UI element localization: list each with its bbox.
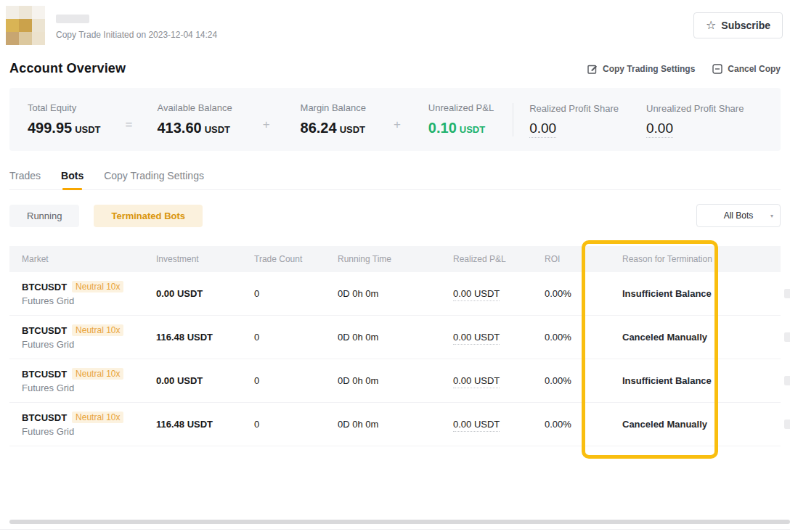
star-icon: ☆ bbox=[706, 20, 716, 31]
subtab-running[interactable]: Running bbox=[9, 205, 79, 227]
redacted-content bbox=[784, 332, 790, 342]
trade-count-cell: 0 bbox=[242, 332, 325, 343]
trade-count-cell: 0 bbox=[242, 419, 325, 430]
main-tabs: Trades Bots Copy Trading Settings bbox=[9, 170, 781, 190]
account-stats-panel: Total Equity 499.95USDT = Available Bala… bbox=[9, 88, 781, 151]
overview-actions: Copy Trading Settings Cancel Copy bbox=[587, 64, 781, 74]
stat-unrealized-profit-share: Unrealized Profit Share 0.00 bbox=[646, 103, 744, 136]
bottom-divider bbox=[0, 529, 790, 530]
roi-cell: 0.00% bbox=[532, 375, 610, 386]
stat-label: Unrealized P&L bbox=[428, 102, 494, 113]
market-symbol: BTCUSDT bbox=[22, 325, 67, 336]
copy-trade-initiated-text: Copy Trade Initiated on 2023-12-04 14:24 bbox=[56, 30, 217, 40]
running-time-cell: 0D 0h 0m bbox=[325, 332, 441, 343]
avatar-pixel bbox=[6, 6, 19, 19]
market-symbol: BTCUSDT bbox=[22, 282, 67, 292]
stat-label: Available Balance bbox=[158, 102, 232, 113]
stat-realized-profit-share: Realized Profit Share 0.00 bbox=[529, 103, 619, 136]
stat-value: 0.00 bbox=[646, 120, 744, 136]
leverage-badge: Neutral 10x bbox=[72, 368, 123, 380]
realized-pnl-cell: 0.00 USDT bbox=[441, 288, 532, 299]
redacted-content bbox=[784, 289, 790, 298]
trader-profile: Copy Trade Initiated on 2023-12-04 14:24 bbox=[6, 6, 217, 45]
stat-label: Realized Profit Share bbox=[529, 103, 619, 114]
market-cell: BTCUSDTNeutral 10x Futures Grid bbox=[9, 281, 144, 306]
strategy-label: Futures Grid bbox=[22, 382, 144, 393]
running-time-cell: 0D 0h 0m bbox=[325, 419, 441, 430]
copy-trading-settings-button[interactable]: Copy Trading Settings bbox=[587, 64, 695, 74]
avatar-pixel bbox=[6, 19, 19, 32]
avatar-pixel bbox=[32, 6, 45, 19]
column-header-running-time: Running Time bbox=[325, 254, 441, 264]
horizontal-scrollbar[interactable] bbox=[9, 520, 790, 524]
stat-available-balance: Available Balance 413.60USDT bbox=[158, 102, 232, 136]
column-header-market: Market bbox=[9, 254, 144, 264]
column-header-realized-pnl: Realized P&L bbox=[441, 254, 532, 264]
table-row[interactable]: BTCUSDTNeutral 10x Futures Grid 0.00 USD… bbox=[9, 272, 781, 316]
table-row[interactable]: BTCUSDTNeutral 10x Futures Grid 116.48 U… bbox=[9, 403, 781, 446]
realized-pnl-cell: 0.00 USDT bbox=[441, 332, 532, 343]
stat-label: Unrealized Profit Share bbox=[646, 103, 744, 114]
subscribe-label: Subscribe bbox=[721, 20, 770, 31]
subtab-terminated-bots[interactable]: Terminated Bots bbox=[94, 205, 203, 227]
avatar-pixel bbox=[19, 19, 32, 32]
leverage-badge: Neutral 10x bbox=[72, 412, 123, 423]
stat-margin-balance: Margin Balance 86.24USDT bbox=[301, 102, 366, 136]
chevron-down-icon: ▾ bbox=[770, 213, 773, 219]
stat-label: Margin Balance bbox=[301, 102, 366, 113]
minus-square-icon bbox=[712, 64, 722, 74]
leverage-badge: Neutral 10x bbox=[72, 324, 123, 336]
avatar-pixel bbox=[32, 19, 45, 32]
investment-cell: 116.48 USDT bbox=[144, 332, 242, 343]
stat-total-equity: Total Equity 499.95USDT bbox=[28, 102, 101, 136]
tab-trades[interactable]: Trades bbox=[9, 170, 41, 181]
redacted-action-cell bbox=[744, 420, 790, 429]
stat-value: 0.00 bbox=[529, 120, 619, 136]
market-cell: BTCUSDTNeutral 10x Futures Grid bbox=[9, 324, 144, 350]
trade-count-cell: 0 bbox=[242, 288, 325, 299]
redacted-content bbox=[784, 420, 790, 429]
avatar-pixel bbox=[32, 32, 45, 45]
strategy-label: Futures Grid bbox=[22, 295, 144, 306]
redacted-action-cell bbox=[744, 332, 790, 342]
market-symbol: BTCUSDT bbox=[22, 412, 67, 423]
equals-operator: = bbox=[126, 118, 133, 132]
stat-value: 86.24USDT bbox=[301, 120, 366, 136]
copy-trading-page: Copy Trade Initiated on 2023-12-04 14:24… bbox=[0, 0, 790, 532]
realized-pnl-cell: 0.00 USDT bbox=[441, 375, 532, 386]
trader-info: Copy Trade Initiated on 2023-12-04 14:24 bbox=[56, 15, 217, 45]
column-header-investment: Investment bbox=[144, 254, 242, 264]
stat-label: Total Equity bbox=[28, 102, 101, 113]
trader-name-redacted bbox=[56, 15, 89, 23]
roi-cell: 0.00% bbox=[532, 288, 610, 299]
stats-divider bbox=[513, 103, 513, 136]
trade-count-cell: 0 bbox=[242, 375, 325, 386]
market-symbol: BTCUSDT bbox=[22, 369, 67, 380]
strategy-label: Futures Grid bbox=[22, 426, 144, 437]
trader-avatar bbox=[6, 6, 45, 45]
roi-cell: 0.00% bbox=[532, 419, 610, 430]
all-bots-dropdown[interactable]: All Bots ▾ bbox=[696, 204, 781, 227]
column-header-roi: ROI bbox=[532, 254, 610, 264]
subscribe-button[interactable]: ☆ Subscribe bbox=[693, 12, 783, 38]
table-row[interactable]: BTCUSDTNeutral 10x Futures Grid 0.00 USD… bbox=[9, 359, 781, 403]
column-header-trade-count: Trade Count bbox=[242, 254, 325, 264]
cancel-copy-button[interactable]: Cancel Copy bbox=[712, 64, 781, 74]
table-row[interactable]: BTCUSDTNeutral 10x Futures Grid 116.48 U… bbox=[9, 316, 781, 359]
reason-cell: Canceled Manually bbox=[610, 332, 744, 343]
stat-value: 0.10USDT bbox=[428, 120, 494, 136]
tab-copy-trading-settings[interactable]: Copy Trading Settings bbox=[104, 170, 204, 181]
plus-operator: + bbox=[263, 118, 270, 132]
roi-cell: 0.00% bbox=[532, 332, 610, 343]
all-bots-selected-value: All Bots bbox=[724, 210, 754, 221]
stat-value: 413.60USDT bbox=[158, 120, 232, 136]
table-header: Market Investment Trade Count Running Ti… bbox=[9, 246, 781, 272]
tab-bots[interactable]: Bots bbox=[61, 170, 84, 181]
realized-pnl-cell: 0.00 USDT bbox=[441, 419, 532, 430]
reason-cell: Insufficient Balance bbox=[610, 288, 744, 299]
avatar-pixel bbox=[19, 32, 32, 45]
stat-unrealized-pnl: Unrealized P&L 0.10USDT bbox=[428, 102, 494, 136]
investment-cell: 0.00 USDT bbox=[144, 375, 242, 386]
market-cell: BTCUSDTNeutral 10x Futures Grid bbox=[9, 368, 144, 393]
redacted-content bbox=[784, 376, 790, 385]
